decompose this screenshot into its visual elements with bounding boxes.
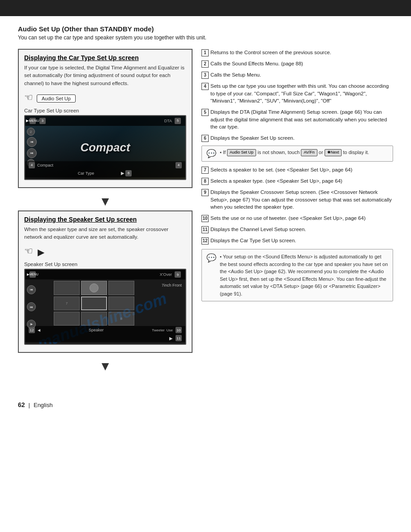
car-screen-topbar: ▶MENU 3 DTA 5 [25,116,185,126]
item-5-text: Displays the DTA (Digital Time Alignment… [210,108,393,131]
sp-num11: 11 [176,335,182,341]
sp-right-labels: 7inch Front [162,283,182,288]
btn-num2[interactable]: 2 [27,128,35,136]
use-label: Use [167,328,173,332]
item-7-text: Selects a speaker to be set. (see <Speak… [210,166,352,174]
menu-btn[interactable]: ▶MENU [30,118,36,124]
num6-badge: 6 [125,170,132,176]
car-type-screen: ▶MENU 3 DTA 5 2 [24,115,186,180]
item-10-text: Sets the use or no use of tweeter. (see … [210,215,366,222]
top-bar [0,0,411,16]
audio-setup-btn[interactable]: Audio Set Up [37,94,76,103]
list-item-3: 3 Calls the Setup Menu. [201,71,393,79]
num-badge-7: 7 [201,167,209,174]
list-item-8: 8 Selects a speaker type. (see <Speaker … [201,177,393,185]
tweeter-label: Tweeter [152,328,164,332]
list-item-1: 1 Returns to the Control screen of the p… [201,49,393,56]
item-8-text: Selects a speaker type. (see <Speaker Se… [210,177,342,185]
dta-label: DTA [164,119,172,123]
item-11-text: Displays the Channel Level Setup screen. [210,226,306,233]
footer-separator: | [29,402,30,408]
7inch-label: 7inch Front [162,283,182,287]
sp-btn2[interactable]: ⏭ [27,302,36,311]
speaker-bottom-label: Speaker [89,328,104,332]
page-language: English [34,402,53,408]
item-12-text: Displays the Car Type Set Up screen. [210,237,296,245]
list-item-6: 6 Displays the Speaker Set Up screen. [201,134,393,142]
num-badge-1: 1 [201,49,209,56]
arrow-down-1: ▼ [18,194,193,209]
car-type-desc: If your car type is selected, the Digita… [24,64,186,87]
item-4-text: Sets up the car type you use together wi… [210,82,393,105]
page-number: 62 [18,401,25,408]
numbered-list: 1 Returns to the Control screen of the p… [201,49,393,142]
list-item-7: 7 Selects a speaker to be set. (see <Spe… [201,166,393,174]
num4-left: 4 [29,162,35,168]
num-badge-8: 8 [201,178,209,185]
btn-circle2[interactable]: ⏭ [27,148,37,158]
num4-right: 4 [176,162,182,168]
xover-label: X'Over [160,272,172,277]
num5-badge: 5 [175,118,181,124]
note-icon-1: 💬 [206,149,216,159]
speaker-screen-label: Speaker Set Up screen [24,262,186,267]
sp-left-btns: ⏮ ⏭ ▶ [27,281,36,333]
note-icon-2: 💬 [206,253,216,263]
sp-num9: 9 [175,271,181,278]
note-text-1: • If Audio Set Up is not shown, touch AV… [220,149,369,156]
num-badge-6: 6 [201,135,209,142]
hand-row: ☜ Audio Set Up [24,92,186,105]
item-3-text: Calls the Setup Menu. [210,71,261,79]
page-subtitle: You can set up the car type and speaker … [18,34,393,41]
num-badge-12: 12 [201,237,209,245]
arrow-down-2: ▼ [18,359,193,373]
speaker-screen: ▶MENU X'Over 9 manualshine.com [24,269,186,345]
list-item-11: 11 Displays the Channel Level Setup scre… [201,226,393,233]
num-badge-9: 9 [201,189,209,196]
play-icon: ▶ [38,247,44,257]
inline-audio-btn: Audio Set Up [227,149,256,156]
num-badge-5: 5 [201,109,209,116]
num-badge-10: 10 [201,215,209,222]
page-footer: 62 | English [0,397,411,413]
speaker-title: Displaying the Speaker Set Up screen [24,216,186,223]
num3-badge: 3 [39,118,46,124]
note-box-2: 💬 • Your setup on the <Sound Effects Men… [201,249,393,301]
sp-num10: 10 [176,327,182,333]
list-item-12: 12 Displays the Car Type Set Up screen. [201,237,393,245]
item-9-text: Displays the Speaker Crossover Setup scr… [210,189,393,211]
num-badge-4: 4 [201,83,209,90]
list-item-9: 9 Displays the Speaker Crossover Setup s… [201,189,393,211]
car-bottom-bar2: Car Type ▶ 6 [25,169,185,177]
num-badge-2: 2 [201,60,209,68]
num-badge-11: 11 [201,226,209,233]
speaker-desc: When the speaker type and size are set, … [24,226,186,241]
sp-screen-topbar: ▶MENU X'Over 9 [25,270,185,279]
hand-icon: ☜ [24,92,33,103]
list-item-5: 5 Displays the DTA (Digital Time Alignme… [201,108,393,131]
car-bottom-bar1: 4 Compact 4 [25,161,185,169]
speaker-screen-inner: ▶MENU X'Over 9 manualshine.com [25,270,185,344]
car-type-screen-label: Car Type Set Up screen [24,108,186,113]
car-type-box: Displaying the Car Type Set Up screen If… [18,49,193,188]
item-1-text: Returns to the Control screen of the pre… [210,49,331,56]
car-screen-bg: ▶MENU 3 DTA 5 2 [25,116,185,179]
main-two-col: Displaying the Car Type Set Up screen If… [18,49,393,375]
car-type-title: Displaying the Car Type Set Up screen [24,54,186,61]
sp-btn1[interactable]: ⏮ [27,285,36,294]
right-column: 1 Returns to the Control screen of the p… [201,49,393,375]
left-column: Displaying the Car Type Set Up screen If… [18,49,193,375]
note-box-1: 💬 • If Audio Set Up is not shown, touch … [201,146,393,162]
btn-circle1[interactable]: ⏮ [27,137,37,147]
list-item-2: 2 Calls the Sound Effects Menu. (page 88… [201,60,393,68]
numbered-list-2: 7 Selects a speaker to be set. (see <Spe… [201,166,393,245]
inline-next-btn: ✱Next [325,149,342,156]
sp-menu-btn[interactable]: ▶MENU [30,271,36,278]
page-title: Audio Set Up (Other than STANDBY mode) [18,25,393,33]
num-badge-3: 3 [201,72,209,79]
list-item-10: 10 Sets the use or no use of tweeter. (s… [201,215,393,222]
item-2-text: Calls the Sound Effects Menu. (page 88) [210,60,303,68]
page-content: Audio Set Up (Other than STANDBY mode) Y… [0,16,411,397]
speaker-box: Displaying the Speaker Set Up screen Whe… [18,210,193,353]
sp-btn3[interactable]: ▶ [27,320,36,329]
